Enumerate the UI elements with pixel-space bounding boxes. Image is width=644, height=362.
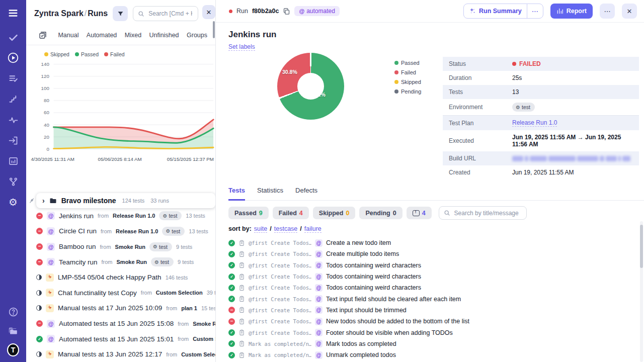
import-icon[interactable]: [7, 134, 19, 146]
test-suite: @first Create Todos…: [249, 262, 311, 268]
copy-icon[interactable]: [283, 8, 290, 15]
tests-search[interactable]: [439, 206, 527, 220]
bar-chart-icon[interactable]: [7, 155, 19, 167]
run-row[interactable]: Circle CI run from Release Run 1.0 test …: [26, 224, 215, 239]
manual-run-icon: [46, 289, 54, 297]
select-all-button[interactable]: [35, 30, 50, 41]
run-row[interactable]: Automated tests at 15 Jun 2025 15:08 fro…: [26, 316, 215, 331]
test-suite: Mark as completed/n…: [249, 341, 311, 347]
more-actions-button[interactable]: ⋯: [600, 4, 615, 19]
filter-passed[interactable]: Passed9: [228, 207, 269, 219]
projects-folder-icon[interactable]: [7, 325, 19, 337]
sort-by-failure[interactable]: failure: [304, 225, 321, 233]
filter-failed[interactable]: Failed4: [273, 207, 309, 219]
detail-label: Duration: [449, 74, 512, 81]
run-row[interactable]: Jenkins run from Release Run 1.0 test 13…: [26, 208, 215, 224]
tab-unfinished[interactable]: Unfinished: [149, 32, 179, 39]
manual-run-icon: [46, 274, 54, 282]
test-plan-link[interactable]: Release Run 1.0: [512, 119, 557, 127]
tab-statistics[interactable]: Statistics: [257, 187, 283, 200]
test-row[interactable]: Mark as completed/n… Unmark completed to…: [228, 349, 644, 360]
legend-passed: Passed: [81, 51, 99, 57]
test-row[interactable]: @first Create Todos… Todos containing we…: [228, 282, 644, 293]
runs-search-input[interactable]: [147, 10, 193, 18]
runs-play-icon[interactable]: [7, 52, 19, 64]
test-suite: @first Create Todos…: [249, 274, 311, 280]
test-row[interactable]: @first Create Todos… Text input field sh…: [228, 293, 644, 304]
run-summary-more-button[interactable]: ⋯: [527, 4, 543, 18]
check-icon[interactable]: [7, 31, 19, 43]
test-title: Text input field should be cleared after…: [326, 296, 461, 303]
left-panel-scrollbar[interactable]: [213, 21, 215, 38]
gear-icon[interactable]: ⚙: [7, 196, 19, 208]
filter-button[interactable]: [113, 6, 128, 21]
run-row[interactable]: Automated tests at 15 Jun 2025 15:01 fro…: [26, 331, 215, 347]
env-badge[interactable]: test: [512, 103, 535, 112]
tab-automated[interactable]: Automated: [87, 32, 117, 39]
run-row[interactable]: Manual tests at 13 Jun 2025 12:17 from C…: [26, 346, 215, 362]
automated-run-icon: [47, 320, 55, 328]
set-labels-link[interactable]: Set labels: [228, 43, 255, 51]
test-suite: @first Create Todos…: [249, 330, 311, 336]
tests-search-input[interactable]: [453, 209, 522, 217]
filter-skipped[interactable]: Skipped0: [313, 207, 356, 219]
help-icon[interactable]: [7, 306, 19, 318]
search-icon: [138, 11, 144, 17]
milestone-row[interactable]: › Bravo milestone 124 tests 33 runs: [36, 193, 215, 208]
filter-pending[interactable]: Pending0: [359, 207, 402, 219]
from-label: from: [101, 228, 112, 234]
automated-badge[interactable]: automated: [294, 6, 339, 16]
passed-dot: [75, 52, 79, 56]
app-logo[interactable]: T: [7, 344, 19, 356]
test-row[interactable]: @first Create Todos… Footer should be vi…: [228, 327, 644, 338]
chevron-right-icon[interactable]: ›: [42, 197, 45, 204]
test-row[interactable]: @first Create Todos… Text input should b…: [228, 305, 644, 316]
test-row[interactable]: @first Create Todos… Create a new todo i…: [228, 237, 644, 248]
run-summary-button[interactable]: Run Summary: [464, 4, 527, 18]
run-row[interactable]: LMP-554 05/04 check Happy Path 146 tests: [26, 269, 215, 285]
close-panel-button[interactable]: ✕: [202, 5, 215, 19]
run-row[interactable]: Manual tests at 17 Jun 2025 10:09 from p…: [26, 301, 215, 316]
sort-by-suite[interactable]: suite: [254, 225, 267, 233]
automated-test-icon: [315, 295, 323, 303]
run-tests-count: 13 tests: [189, 228, 208, 234]
run-name: Manual tests at 13 Jun 2025 12:17: [58, 350, 162, 358]
steps-icon[interactable]: [7, 93, 19, 105]
run-row[interactable]: Bamboo run from Smoke Run test 9 tests: [26, 239, 215, 254]
list-check-icon[interactable]: [7, 72, 19, 84]
run-row[interactable]: Teamcity run from Smoke Run test 9 tests: [26, 254, 215, 270]
menu-icon[interactable]: [7, 7, 19, 19]
clipboard-icon: [238, 240, 245, 246]
test-row[interactable]: @first Create Todos… Todos containing we…: [228, 260, 644, 271]
tab-manual[interactable]: Manual: [58, 32, 78, 39]
run-row[interactable]: Chat functinality test Copy from Custom …: [26, 285, 215, 301]
sort-by-testcase[interactable]: testcase: [274, 225, 298, 233]
test-row[interactable]: @first Create Todos… Todos containing we…: [228, 271, 644, 282]
runs-search[interactable]: [133, 6, 198, 21]
milestone-tests-count: 124 tests: [122, 198, 145, 204]
tab-groups[interactable]: Groups: [187, 32, 207, 39]
build-url-redacted[interactable]: [512, 156, 630, 161]
test-row[interactable]: @first Create Todos… Create multiple tod…: [228, 248, 644, 259]
filter-comments[interactable]: 4: [407, 207, 432, 219]
result-filter-pills: Passed9 Failed4 Skipped0 Pending0 4: [228, 206, 644, 220]
tab-tests[interactable]: Tests: [228, 187, 245, 201]
run-source: Smoke Run: [115, 244, 146, 250]
tests-scrollbar-thumb[interactable]: [640, 225, 643, 268]
test-row[interactable]: Mark as completed/n… Mark todos as compl…: [228, 338, 644, 349]
close-detail-button[interactable]: ✕: [622, 4, 637, 19]
detail-label: Executed: [449, 137, 512, 144]
tab-mixed[interactable]: Mixed: [125, 32, 141, 39]
tab-defects[interactable]: Defects: [295, 187, 317, 200]
automated-test-icon: [315, 284, 323, 292]
git-branch-icon[interactable]: [7, 175, 19, 188]
test-row[interactable]: @first Create Todos… New todos should be…: [228, 316, 644, 327]
report-button[interactable]: Report: [550, 4, 593, 19]
sort-row: sort by: suite / testcase / failure: [228, 225, 644, 233]
from-label: from: [166, 305, 177, 311]
area-chart-legend: Skipped Passed Failed: [44, 51, 215, 57]
test-suite: @first Create Todos…: [249, 307, 311, 313]
donut-chart-area: 30.8% 69.2%: [228, 53, 394, 179]
donut-legend: Passed Failed Skipped Pending: [394, 60, 434, 179]
activity-icon[interactable]: [7, 114, 19, 126]
